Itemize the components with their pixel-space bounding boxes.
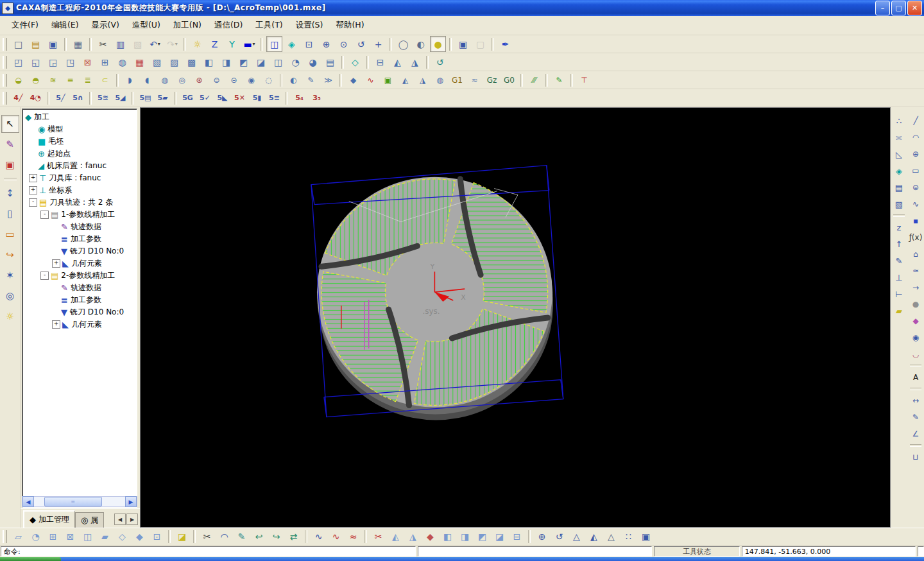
spline-flat-button[interactable]: ≈ [345,529,361,545]
spline-fit-button[interactable]: ∿ [311,529,327,545]
solid-chamfer-button[interactable]: ◔ [287,54,304,70]
annotate-button[interactable]: ✒ [497,36,513,52]
surface-rough-button[interactable]: ◗ [122,72,138,88]
curve-project-button[interactable]: ◰ [10,54,26,70]
window-cascade-button[interactable]: ▣ [455,36,471,52]
solid-draft-button[interactable]: ◭ [389,54,406,70]
five-to-four-convert-button[interactable]: 5₄ [291,90,307,106]
trimmed-surface-button[interactable]: ◡ [908,347,923,362]
tab-properties[interactable]: ◎ 属 [75,512,104,528]
surface-stitch-button[interactable]: ▱ [10,529,26,545]
adjust-height-button[interactable]: ↕ [1,184,19,202]
restore-button[interactable]: ▢ [891,1,906,15]
move-copy-button[interactable]: ⊕ [534,529,550,545]
surface-fold-button[interactable]: ◧ [440,529,456,545]
sketch-profile-button[interactable]: ✎ [1,135,19,153]
post-g01-button[interactable]: G1 [449,72,465,88]
menu-item[interactable]: 文件(F) [5,18,45,33]
leftover-rough-button[interactable]: ◌ [261,72,277,88]
tree-item-op2[interactable]: - ▤ 2-参数线精加工 [22,270,137,282]
cut-extrude-button[interactable]: ◧ [201,54,217,70]
menu-item[interactable]: 通信(D) [208,18,249,33]
rotate-copy-button[interactable]: ↺ [551,529,567,545]
redo-button[interactable]: ↷ ▾ [164,36,180,52]
light-button[interactable]: ☼ [189,36,205,52]
copy-button[interactable]: ▥ [112,36,128,52]
surface-bracket-button[interactable]: ◫ [80,529,96,545]
curve-cut-button[interactable]: ✂ [199,529,215,545]
five-axis-z-button[interactable]: 5▮ [249,90,265,106]
menu-item[interactable]: 加工(N) [167,18,208,33]
surface-pair2-button[interactable]: ◩ [474,529,490,545]
view-pan-button[interactable]: + [370,36,386,52]
scroll-left-icon[interactable]: ◀ [22,496,34,507]
solid-sweep-button[interactable]: ▧ [149,54,165,70]
text-tool-button[interactable]: A [908,370,923,385]
g-zero-button[interactable]: G0 [501,72,517,88]
plane-create-button[interactable]: ▰ [97,529,113,545]
solid-extrude-button[interactable]: ⊞ [97,54,113,70]
green-pen-button[interactable]: ✎ [551,72,567,88]
solid-loft-button[interactable]: ▦ [132,54,148,70]
spline-tool-button[interactable]: ∿ [908,196,923,212]
tree-item-toolpaths[interactable]: - ▤ 刀具轨迹 : 共 2 条 [22,196,137,209]
paste-button[interactable]: ▧ [130,36,146,52]
surface-pair-button[interactable]: ◆ [132,529,148,545]
spray-trim-button[interactable]: ✎ [234,529,250,545]
solid-revolve-button[interactable]: ◍ [114,54,130,70]
pattern-rect-button[interactable]: ▤ [322,54,338,70]
tree-item-machining-root[interactable]: ◆ 加工 [22,111,137,123]
hatch-lines-button[interactable]: ⁄⁄⁄ [526,72,542,88]
limit-rough-button[interactable]: ⊜ [209,72,225,88]
horizontal-scrollbar[interactable]: ◀ ≡ ▶ [22,496,137,507]
cut-loft-button[interactable]: ◩ [235,54,252,70]
four-axis-area-button[interactable]: 4◔ [28,90,44,106]
surface-patch-edit-button[interactable]: ⊠ [62,529,78,545]
tree-expander[interactable]: - [40,211,49,219]
five-axis-arc-button[interactable]: 5∩ [70,90,86,106]
zoom-dynamic-button[interactable]: ⊙ [336,36,352,52]
tab-scroll-right-icon[interactable]: ▶ [126,514,138,525]
check-plane-button[interactable]: ◈ [891,163,907,178]
arc-tool-button[interactable]: ◠ [908,130,923,145]
ring-rough-button[interactable]: ◎ [174,72,190,88]
surface-split-button[interactable]: ◭ [388,529,404,545]
tree-item-op1-trajectory[interactable]: ✎ 轨迹数据 [22,221,137,233]
save-file-button[interactable]: ▣ [45,36,61,52]
normal-finish-button[interactable]: ≫ [320,72,336,88]
pattern-circular-button[interactable]: ⊟ [372,54,388,70]
curve-link-pair-button[interactable]: ⇄ [286,529,302,545]
surface-groove-button[interactable]: ◆ [345,72,361,88]
menu-item[interactable]: 设置(S) [289,18,330,33]
dim-linear-button[interactable]: ↔ [908,393,923,408]
sphere-tool-button[interactable]: ● [908,297,923,312]
five-axis-param-button[interactable]: 5▤ [137,90,153,106]
mesh-surface-button[interactable]: ◆ [908,313,923,329]
scroll-right-icon[interactable]: ▶ [125,496,137,507]
curve-twist-button[interactable]: ◳ [62,54,78,70]
five-axis-line-button[interactable]: 5╱ [53,90,69,106]
line-tool-button[interactable]: ╱ [908,113,923,128]
pocket-rough-button[interactable]: ≋ [45,72,61,88]
five-axis-check-button[interactable]: 5✓ [197,90,213,106]
sheet-edit-button[interactable]: ▧ [891,196,907,212]
array-grid-button[interactable]: ∷ [620,529,637,545]
bell-outline-button[interactable]: △ [603,529,619,545]
globe-mill-button[interactable]: ◍ [432,72,448,88]
tree-item-op1[interactable]: - ▤ 1-参数线精加工 [22,209,137,221]
circle-tool-button[interactable]: ⊕ [908,146,923,162]
tree-item-op1-geometry[interactable]: + ◣ 几何元素 [22,257,137,270]
menu-item[interactable]: 显示(V) [85,18,126,33]
feature-suppress-button[interactable]: ◮ [407,54,423,70]
curve-links-button[interactable]: ≈ [466,72,483,88]
solid-rib-button[interactable]: ▨ [166,54,182,70]
axis-plumb-button[interactable]: ⊥ [891,270,907,285]
arrow-tool-button[interactable]: → [908,280,923,295]
tree-item-op2-parameters[interactable]: ≣ 加工参数 [22,294,137,306]
plane-pencil-button[interactable]: ✎ [891,253,907,268]
select-pointer-button[interactable]: ↖ [1,115,19,133]
dim-pencil-button[interactable]: ✎ [908,410,923,425]
new-file-button[interactable]: □ [10,36,26,52]
five-axis-balance-button[interactable]: 5≋ [95,90,111,106]
depth-cup-button[interactable]: ⊔ [908,449,923,465]
